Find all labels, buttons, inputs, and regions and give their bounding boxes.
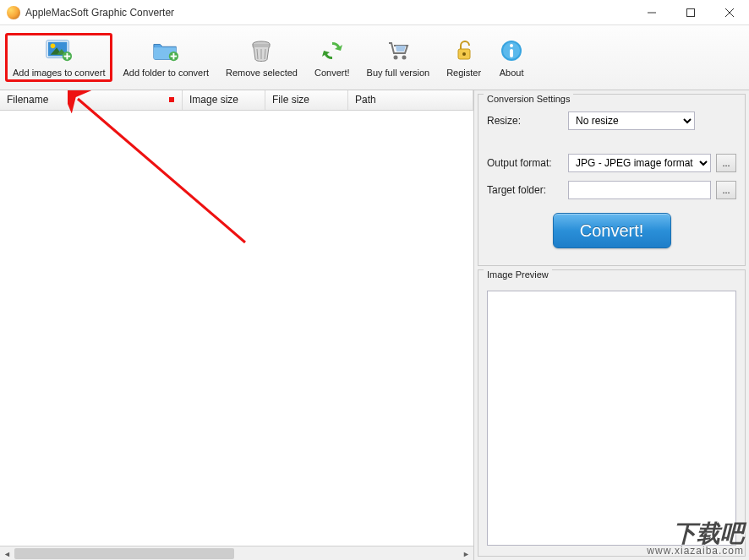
add-folder-button[interactable]: Add folder to convert — [116, 34, 216, 81]
convert-label: Convert! — [314, 68, 350, 78]
remove-selected-button[interactable]: Remove selected — [219, 34, 304, 81]
svg-point-19 — [393, 56, 397, 60]
image-preview-panel: Image Preview — [478, 269, 746, 557]
remove-selected-label: Remove selected — [226, 68, 298, 78]
svg-rect-1 — [687, 8, 695, 16]
minimize-button[interactable] — [632, 0, 671, 24]
folder-plus-icon — [152, 37, 179, 64]
horizontal-scrollbar[interactable]: ◄ ► — [0, 546, 473, 560]
col-image-size[interactable]: Image size — [183, 90, 265, 110]
preview-panel-title: Image Preview — [484, 269, 552, 280]
table-body[interactable] — [0, 111, 473, 546]
scroll-thumb[interactable] — [14, 548, 234, 559]
window-title: AppleMacSoft Graphic Converter — [25, 7, 632, 19]
scroll-left-arrow[interactable]: ◄ — [0, 546, 14, 560]
register-label: Register — [446, 68, 481, 78]
titlebar: AppleMacSoft Graphic Converter — [0, 0, 749, 25]
cart-icon — [385, 37, 412, 64]
app-icon — [7, 6, 20, 19]
svg-point-6 — [50, 44, 55, 49]
convert-button[interactable]: Convert! — [308, 34, 357, 81]
buy-button[interactable]: Buy full version — [360, 34, 437, 81]
output-format-options-button[interactable]: ... — [716, 154, 736, 172]
about-button[interactable]: About — [491, 34, 532, 81]
target-folder-input[interactable] — [568, 181, 711, 199]
col-file-size[interactable]: File size — [265, 90, 348, 110]
col-filename[interactable]: Filename — [0, 90, 183, 110]
svg-point-20 — [402, 56, 406, 60]
content-area: Filename Image size File size Path ◄ ► C… — [0, 90, 749, 560]
add-images-button[interactable]: Add images to convert — [5, 33, 112, 82]
lock-open-icon — [451, 37, 478, 64]
svg-point-25 — [510, 44, 513, 47]
conversion-settings-panel: Conversion Settings Resize: No resize Ou… — [478, 94, 746, 266]
scroll-right-arrow[interactable]: ► — [459, 546, 473, 560]
settings-panel-title: Conversion Settings — [484, 94, 573, 104]
output-format-label: Output format: — [487, 157, 563, 169]
refresh-icon — [319, 37, 346, 64]
target-folder-browse-button[interactable]: ... — [716, 181, 736, 199]
target-folder-label: Target folder: — [487, 184, 563, 196]
output-format-select[interactable]: JPG - JPEG image format — [568, 154, 711, 172]
toolbar: Add images to convert Add folder to conv… — [0, 25, 749, 90]
info-icon — [498, 37, 525, 64]
col-path[interactable]: Path — [348, 90, 473, 110]
image-plus-icon — [46, 37, 73, 64]
resize-label: Resize: — [487, 115, 563, 127]
svg-rect-26 — [510, 49, 513, 57]
trash-icon — [248, 37, 275, 64]
maximize-button[interactable] — [671, 0, 710, 24]
close-button[interactable] — [710, 0, 749, 24]
add-folder-label: Add folder to convert — [123, 68, 209, 78]
about-label: About — [500, 68, 524, 78]
preview-body — [487, 291, 736, 546]
file-list-pane: Filename Image size File size Path ◄ ► — [0, 90, 474, 560]
right-pane: Conversion Settings Resize: No resize Ou… — [474, 90, 749, 560]
svg-point-22 — [462, 52, 466, 56]
add-images-label: Add images to convert — [13, 68, 105, 78]
convert-big-button[interactable]: Convert! — [553, 213, 671, 248]
resize-select[interactable]: No resize — [568, 111, 695, 130]
table-header: Filename Image size File size Path — [0, 90, 473, 111]
buy-label: Buy full version — [367, 68, 430, 78]
register-button[interactable]: Register — [440, 34, 488, 81]
